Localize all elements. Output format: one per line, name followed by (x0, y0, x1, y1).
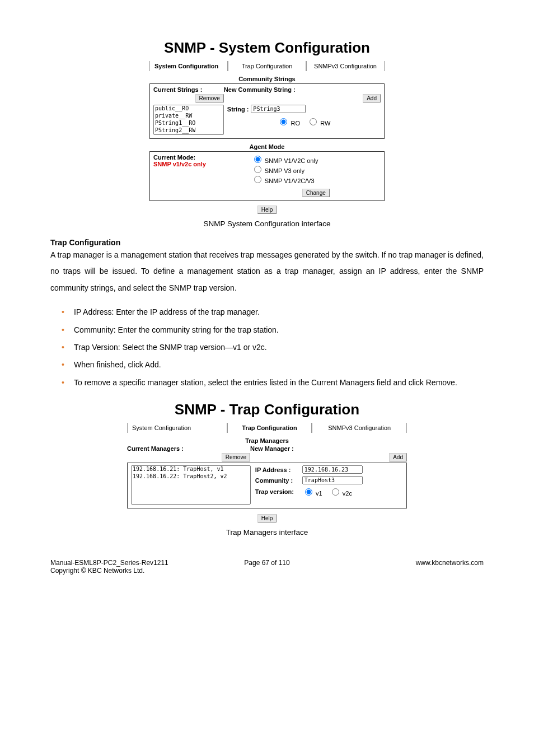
bullet-item: When finished, click Add. (74, 357, 484, 373)
rw-radio-input[interactable] (310, 118, 317, 125)
trap-config-heading: Trap Configuration (50, 238, 484, 247)
ip-address-label: IP Address : (255, 466, 300, 473)
ip-address-input[interactable] (302, 465, 363, 474)
remove-button[interactable]: Remove (195, 94, 224, 102)
trap-managers-heading: Trap Managers (127, 437, 407, 444)
community-strings-heading: Community Strings (149, 76, 385, 82)
agent-option-2[interactable]: SNMP V3 only (251, 164, 381, 174)
figure2-title: SNMP - Trap Configuration (50, 401, 484, 418)
v1-radio[interactable]: v1 (302, 490, 322, 497)
bullet-item: Trap Version: Select the SNMP trap versi… (74, 339, 484, 356)
figure1-caption: SNMP System Configuration interface (50, 220, 484, 228)
trap-version-label: Trap version: (255, 488, 300, 495)
tab-trap-configuration[interactable]: Trap Configuration (227, 423, 312, 433)
list-item[interactable]: 192.168.16.22: TrapHost2, v2 (132, 473, 250, 480)
community-panel: Current Strings : New Community String :… (149, 83, 385, 139)
new-manager-label: New Manager : (250, 445, 407, 452)
string-input[interactable] (251, 105, 306, 113)
current-managers-label: Current Managers : (127, 445, 250, 452)
list-item[interactable]: PString2__RW (154, 127, 223, 134)
figure2-caption: Trap Managers interface (50, 528, 484, 536)
v2c-radio[interactable]: v2c (329, 490, 352, 497)
agent-option-1[interactable]: SNMP V1/V2C only (251, 154, 381, 164)
agent-option-3[interactable]: SNMP V1/V2C/V3 (251, 174, 381, 184)
footer-page-number: Page 67 of 110 (195, 559, 339, 575)
list-item[interactable]: private__RW (154, 113, 223, 120)
bullet-item: Community: Enter the community string fo… (74, 322, 484, 338)
bullet-item: To remove a specific manager station, se… (74, 375, 484, 391)
agent-mode-heading: Agent Mode (149, 143, 385, 150)
fig2-tabs: System Configuration Trap Configuration … (127, 423, 407, 433)
agent-panel: Current Mode: SNMP v1/v2c only SNMP V1/V… (149, 151, 385, 201)
rw-radio[interactable]: RW (307, 120, 330, 127)
list-item[interactable]: public__RO (154, 105, 223, 113)
list-item[interactable]: 192.168.16.21: TrapHost, v1 (132, 466, 250, 473)
help-button[interactable]: Help (257, 514, 277, 522)
list-item[interactable]: PString1__RO (154, 120, 223, 127)
tab-system-configuration[interactable]: System Configuration (127, 423, 227, 433)
remove-button[interactable]: Remove (222, 453, 250, 461)
community-label: Community : (255, 477, 300, 484)
add-button[interactable]: Add (363, 94, 381, 102)
ro-radio[interactable]: RO (277, 120, 300, 127)
current-strings-list[interactable]: public__RO private__RW PString1__RO PStr… (153, 105, 224, 135)
tab-snmpv3-configuration[interactable]: SNMPv3 Configuration (306, 61, 385, 71)
add-button[interactable]: Add (389, 453, 407, 461)
community-input[interactable] (302, 476, 363, 484)
page-footer: Manual-ESML8P-PC2_Series-Rev1211 Copyrig… (50, 559, 484, 575)
figure1-title: SNMP - System Configuration (50, 39, 484, 57)
change-button[interactable]: Change (302, 189, 330, 197)
fig1-tabs: System Configuration Trap Configuration … (149, 61, 385, 71)
new-community-string-label: New Community String : (224, 86, 381, 93)
bullet-list: IP Address: Enter the IP address of the … (50, 304, 484, 391)
current-managers-list[interactable]: 192.168.16.21: TrapHost, v1 192.168.16.2… (131, 465, 251, 505)
current-mode-label: Current Mode: (153, 154, 251, 161)
trap-config-paragraph: A trap manager is a management station t… (50, 247, 484, 296)
current-strings-label: Current Strings : (153, 86, 224, 93)
tab-system-configuration[interactable]: System Configuration (149, 61, 228, 71)
footer-copyright: Copyright © KBC Networks Ltd. (50, 567, 144, 575)
help-button[interactable]: Help (257, 206, 277, 214)
tab-snmpv3-configuration[interactable]: SNMPv3 Configuration (312, 423, 407, 433)
tab-trap-configuration[interactable]: Trap Configuration (228, 61, 306, 71)
ro-radio-input[interactable] (280, 118, 287, 125)
footer-manual-id: Manual-ESML8P-PC2_Series-Rev1211 (50, 559, 168, 567)
trap-managers-panel: 192.168.16.21: TrapHost, v1 192.168.16.2… (127, 463, 407, 508)
string-label: String : (227, 106, 249, 113)
current-mode-value: SNMP v1/v2c only (153, 161, 251, 167)
bullet-item: IP Address: Enter the IP address of the … (74, 304, 484, 320)
footer-url: www.kbcnetworks.com (339, 559, 484, 575)
